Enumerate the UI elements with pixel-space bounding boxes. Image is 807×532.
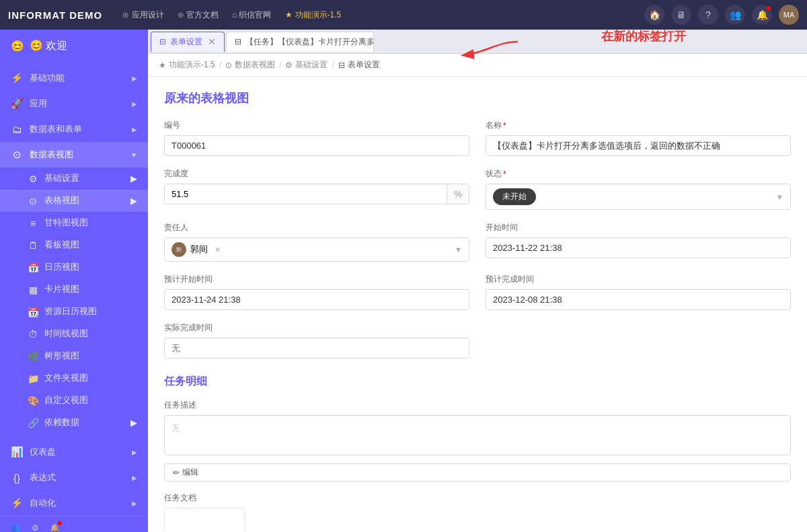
sidebar-item-dataview[interactable]: ⊙ 数据表视图 ▼ — [0, 142, 148, 167]
assignee-select[interactable]: 郭 郭间 ✕ ▼ — [164, 237, 469, 262]
sidebar-item-app[interactable]: 🚀 应用 ▶ — [0, 91, 148, 116]
sidebar-sub-table-view-label: 表格视图 — [44, 195, 79, 206]
upload-area[interactable]: ☁ 粘贴/拖放/点击上传 — [164, 508, 245, 532]
sidebar-item-dashboard[interactable]: 📊 仪表盘 ▶ — [0, 439, 148, 465]
form-row-1: 编号 名称 * — [164, 120, 791, 156]
task-detail-title: 任务明细 — [164, 375, 791, 389]
breadcrumb-demo[interactable]: ★ 功能演示-1.5 — [159, 59, 215, 71]
tab-task-label: 【任务】【仪表盘】卡片打开分离多… — [245, 36, 374, 48]
status-select[interactable]: 未开始 ▼ — [486, 184, 791, 210]
tab-close-icon[interactable]: ✕ — [208, 37, 216, 46]
sidebar-item-tables[interactable]: 🗂 数据表和表单 ▶ — [0, 116, 148, 142]
completion-suffix: % — [447, 184, 469, 204]
sidebar-item-automation[interactable]: ⚡ 自动化 ▶ — [0, 490, 148, 516]
automation-icon: ⚡ — [11, 497, 23, 509]
sidebar-sub-tree[interactable]: 🌿 树形视图 — [0, 345, 148, 367]
sidebar-sub-depend[interactable]: 🔗 依赖数据 ▶ — [0, 412, 148, 434]
completion-input[interactable] — [165, 184, 447, 204]
timeline-icon: ⏱ — [27, 329, 39, 340]
tab-form-settings[interactable]: ⊟ 表单设置 ✕ — [151, 32, 225, 52]
folder-icon: 📁 — [27, 373, 39, 384]
sidebar-item-dataview-label: 数据表视图 — [30, 149, 73, 161]
sidebar: 😊 😊 欢迎 ⚡ 基础功能 ▶ 🚀 应用 ▶ 🗂 数据表和表单 ▶ ⊙ 数据表视… — [0, 30, 148, 532]
breadcrumb-form-settings[interactable]: ⊟ 表单设置 — [338, 59, 380, 71]
help-icon-btn[interactable]: ? — [698, 5, 718, 25]
sidebar-sub-resource-calendar-label: 资源日历视图 — [44, 306, 97, 317]
sidebar-sub-timeline[interactable]: ⏱ 时间线视图 — [0, 323, 148, 345]
expression-icon: {} — [11, 472, 23, 484]
id-label: 编号 — [164, 120, 469, 131]
name-input[interactable] — [486, 135, 791, 156]
actual-end-input[interactable] — [164, 338, 469, 358]
name-label: 名称 * — [486, 120, 791, 131]
status-badge: 未开始 — [493, 188, 536, 205]
form-group-desc: 任务描述 无 ✏ 编辑 — [164, 400, 791, 482]
start-input[interactable] — [486, 237, 791, 258]
form-group-plan-end: 预计完成时间 — [486, 274, 791, 310]
assignee-remove-icon[interactable]: ✕ — [215, 245, 221, 254]
tab-form-settings-label: 表单设置 — [170, 36, 202, 48]
tab-task-dashboard[interactable]: ⊟ 【任务】【仪表盘】卡片打开分离多… — [226, 32, 374, 52]
breadcrumb-settings-label: 基础设置 — [295, 59, 328, 71]
sidebar-sub-custom-label: 自定义视图 — [44, 395, 88, 406]
sidebar-sub-kanban[interactable]: 🗒 看板视图 — [0, 234, 148, 256]
form-group-completion: 完成度 % — [164, 168, 469, 210]
nav-website-label: ⌂ 织信官网 — [232, 9, 272, 21]
plan-start-input[interactable] — [164, 289, 469, 310]
tabs-annotation-container: ⊟ 表单设置 ✕ ⊟ 【任务】【仪表盘】卡片打开分离多… 在新的标签打开 — [148, 30, 807, 54]
start-label: 开始时间 — [486, 222, 791, 233]
sidebar-sub-resource-calendar[interactable]: 📆 资源日历视图 — [0, 301, 148, 323]
users-icon-btn[interactable]: 👥 — [725, 5, 745, 25]
nav-app-design[interactable]: ⊙ 应用设计 — [122, 9, 163, 21]
greeting-icon: 😊 — [11, 40, 24, 52]
sidebar-sub-tree-label: 树形视图 — [44, 350, 79, 362]
bottom-user-icon[interactable]: 👥 — [11, 523, 21, 532]
assignee-avatar: 郭 — [171, 242, 186, 257]
nav-docs[interactable]: ⊙ 官方文档 — [178, 9, 219, 21]
assignee-name: 郭间 — [190, 243, 208, 256]
completion-label: 完成度 — [164, 168, 469, 180]
sidebar-sub-card[interactable]: ▦ 卡片视图 — [0, 278, 148, 301]
nav-demo-icon: ★ — [285, 10, 293, 20]
sidebar-sub-table-view[interactable]: ⊙ 表格视图 ▶ — [0, 190, 148, 212]
plan-end-label: 预计完成时间 — [486, 274, 791, 285]
nav-website[interactable]: ⌂ 织信官网 — [232, 9, 272, 21]
breadcrumb-dataview[interactable]: ⊙ 数据表视图 — [225, 59, 275, 71]
sidebar-sub-card-label: 卡片视图 — [44, 284, 79, 295]
home-icon-btn[interactable]: 🏠 — [644, 5, 664, 25]
form-content: 原来的表格视图 编号 名称 * 完成度 — [148, 77, 807, 532]
top-navigation: INFORMAT DEMO ⊙ 应用设计 ⊙ 官方文档 ⌂ 织信官网 ★ 功能演… — [0, 0, 807, 30]
bottom-settings-icon[interactable]: ⚙ — [32, 523, 39, 532]
sidebar-item-app-label: 应用 — [30, 98, 47, 110]
bottom-notification-icon[interactable]: 🔔 — [50, 523, 60, 532]
chevron-right-icon-5: ▶ — [130, 196, 137, 206]
sidebar-bottom: 👥 ⚙ 🔔 — [0, 516, 148, 532]
sidebar-sub-calendar[interactable]: 📅 日历视图 — [0, 256, 148, 278]
breadcrumb-sep-3: / — [332, 61, 334, 70]
sidebar-item-expression[interactable]: {} 表达式 ▶ — [0, 465, 148, 490]
sidebar-sub-folder[interactable]: 📁 文件夹视图 — [0, 367, 148, 389]
content-area: ⊟ 表单设置 ✕ ⊟ 【任务】【仪表盘】卡片打开分离多… 在新的标签打开 — [148, 30, 807, 532]
sidebar-item-tables-label: 数据表和表单 — [30, 123, 82, 135]
sidebar-greeting[interactable]: 😊 😊 欢迎 — [0, 30, 148, 60]
table-view-icon: ⊙ — [27, 196, 39, 206]
id-input[interactable] — [164, 135, 469, 156]
sidebar-item-basic[interactable]: ⚡ 基础功能 ▶ — [0, 65, 148, 91]
form-group-actual-end: 实际完成时间 — [164, 322, 469, 358]
resource-calendar-icon: 📆 — [27, 307, 39, 317]
sidebar-sub-gantt[interactable]: ≡ 甘特图视图 — [0, 212, 148, 234]
form-row-4: 预计开始时间 预计完成时间 — [164, 274, 791, 310]
sidebar-sub-custom[interactable]: 🎨 自定义视图 — [0, 389, 148, 412]
breadcrumb-settings[interactable]: ⚙ 基础设置 — [285, 59, 328, 71]
avatar[interactable]: MA — [779, 5, 799, 25]
monitor-icon-btn[interactable]: 🖥 — [671, 5, 691, 25]
desc-placeholder: 无 — [171, 423, 180, 433]
edit-desc-button[interactable]: ✏ 编辑 — [164, 463, 791, 482]
plan-end-input[interactable] — [486, 289, 791, 310]
sidebar-sub-basic-settings[interactable]: ⚙ 基础设置 ▶ — [0, 167, 148, 190]
nav-demo[interactable]: ★ 功能演示-1.5 — [285, 9, 342, 21]
form-row-3: 责任人 郭 郭间 ✕ ▼ 开始时间 — [164, 222, 791, 262]
breadcrumb-demo-label: 功能演示-1.5 — [169, 59, 215, 71]
nav-app-design-label: ⊙ 应用设计 — [122, 9, 163, 21]
notification-icon-btn[interactable]: 🔔 — [752, 5, 772, 25]
